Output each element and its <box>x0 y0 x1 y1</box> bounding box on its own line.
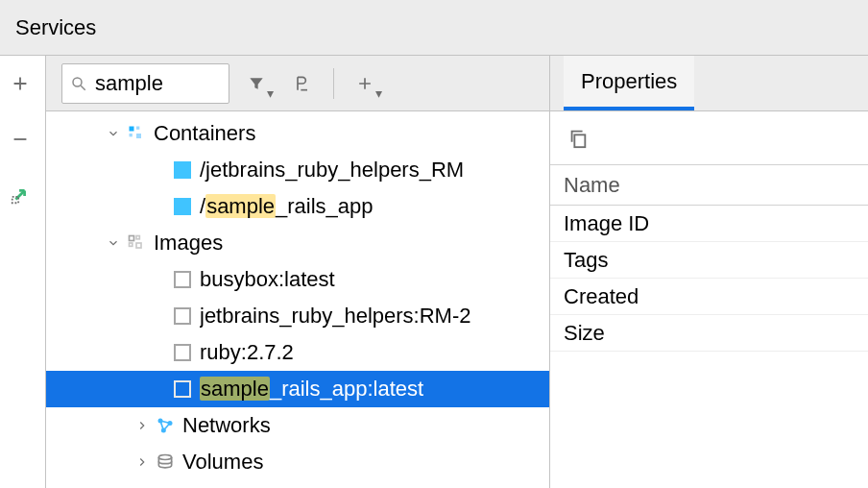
svg-point-1 <box>73 78 82 86</box>
image-icon <box>169 307 196 325</box>
svg-rect-6 <box>130 134 133 136</box>
tree-node-networks[interactable]: Networks <box>46 407 549 444</box>
left-gutter <box>0 56 46 488</box>
tree-item-image[interactable]: busybox:latest <box>46 261 549 298</box>
tree-label: ruby:2.7.2 <box>200 340 294 365</box>
search-box[interactable] <box>61 63 229 104</box>
remove-config-button[interactable] <box>10 129 36 156</box>
tree-item-image[interactable]: ruby:2.7.2 <box>46 334 549 371</box>
volumes-icon <box>152 452 179 472</box>
tab-label: Properties <box>581 69 677 94</box>
panel-title: Services <box>0 0 868 56</box>
column-header-name: Name <box>564 173 620 198</box>
tree-item-image[interactable]: jetbrains_ruby_helpers:RM-2 <box>46 298 549 334</box>
svg-rect-5 <box>136 127 139 130</box>
tree-label: Volumes <box>182 450 263 475</box>
svg-point-15 <box>158 455 171 460</box>
services-toolbar: ▾ ▾ <box>46 56 549 111</box>
property-row[interactable]: Created <box>550 279 868 315</box>
tree-node-volumes[interactable]: Volumes <box>46 444 549 480</box>
copy-button[interactable] <box>562 118 594 159</box>
images-group-icon <box>123 233 150 253</box>
properties-name-header: Name <box>550 165 868 206</box>
toolbar-separator <box>333 68 334 99</box>
panel-title-text: Services <box>15 15 96 40</box>
tree-node-images[interactable]: Images <box>46 225 549 261</box>
svg-rect-8 <box>130 236 134 241</box>
svg-rect-11 <box>136 243 141 248</box>
property-key: Created <box>564 284 639 309</box>
property-key: Image ID <box>564 211 649 236</box>
open-new-window-button[interactable] <box>10 184 36 211</box>
container-running-icon <box>169 161 196 179</box>
tree-label: sample_rails_app:latest <box>200 377 423 402</box>
tree-label: busybox:latest <box>200 267 335 292</box>
svg-rect-4 <box>130 127 134 132</box>
chevron-down-icon <box>104 121 123 146</box>
search-icon <box>70 75 87 92</box>
properties-toolbar <box>550 111 868 165</box>
filter-button[interactable]: ▾ <box>237 63 276 104</box>
group-by-button[interactable] <box>283 63 322 104</box>
svg-line-2 <box>81 85 85 90</box>
containers-group-icon <box>123 124 150 143</box>
property-row[interactable]: Image ID <box>550 206 868 242</box>
tree-item-container[interactable]: /sample_rails_app <box>46 188 549 225</box>
property-key: Tags <box>564 248 608 273</box>
tree-item-container[interactable]: /jetbrains_ruby_helpers_RM <box>46 152 549 188</box>
svg-rect-16 <box>574 134 585 147</box>
image-icon <box>169 271 196 288</box>
add-service-button[interactable]: ▾ <box>346 63 384 104</box>
tree-label: Networks <box>182 413 271 438</box>
properties-panel: Properties Name Image ID Tags Created Si… <box>549 56 868 488</box>
tree-item-image[interactable]: sample_rails_app:latest <box>46 371 549 407</box>
image-icon <box>169 344 196 361</box>
property-row[interactable]: Tags <box>550 242 868 279</box>
property-row[interactable]: Size <box>550 315 868 352</box>
tree-node-containers[interactable]: Containers <box>46 115 549 152</box>
svg-rect-10 <box>130 243 133 246</box>
tab-properties[interactable]: Properties <box>564 56 694 110</box>
networks-icon <box>152 416 179 435</box>
tree-label: Containers <box>154 121 255 146</box>
container-running-icon <box>169 198 196 215</box>
properties-tabbar: Properties <box>550 56 868 111</box>
search-input[interactable] <box>93 70 199 97</box>
tree-label: jetbrains_ruby_helpers:RM-2 <box>200 304 470 329</box>
services-tree[interactable]: Containers /jetbrains_ruby_helpers_RM /s… <box>46 111 549 488</box>
tree-label: /sample_rails_app <box>200 194 374 219</box>
svg-rect-7 <box>136 134 141 138</box>
tree-label: Images <box>154 231 223 256</box>
tree-label: /jetbrains_ruby_helpers_RM <box>200 158 464 183</box>
property-key: Size <box>564 321 605 346</box>
chevron-right-icon <box>133 413 152 438</box>
svg-rect-9 <box>136 236 139 239</box>
chevron-right-icon <box>133 450 152 475</box>
add-config-button[interactable] <box>10 73 36 100</box>
chevron-down-icon <box>104 231 123 256</box>
image-icon <box>169 380 196 398</box>
